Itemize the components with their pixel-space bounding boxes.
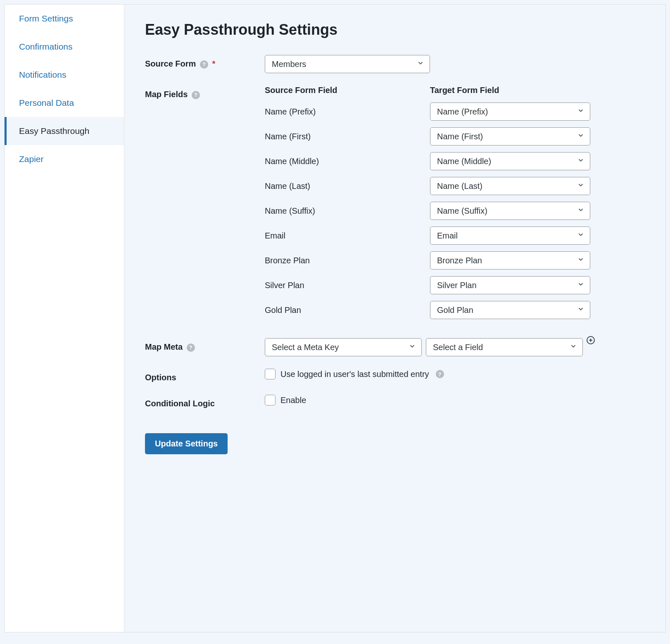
map-fields-label: Map Fields ? [145,86,265,99]
options-label: Options [145,369,265,382]
sidebar-item-notifications[interactable]: Notifications [5,61,124,89]
map-row: Name (Prefix) Name (Prefix) [265,103,645,121]
add-meta-button[interactable] [585,335,596,346]
map-row: Name (Last) Name (Last) [265,177,645,195]
conditional-logic-label: Conditional Logic [145,395,265,408]
meta-field-select[interactable]: Select a Field [426,338,583,356]
map-target-select[interactable]: Gold Plan [430,301,590,319]
map-source-label: Name (Suffix) [265,206,430,216]
map-row: Bronze Plan Bronze Plan [265,251,645,270]
map-source-label: Bronze Plan [265,256,430,265]
help-icon[interactable]: ? [436,370,444,378]
required-asterisk: * [212,59,215,68]
sidebar-item-confirmations[interactable]: Confirmations [5,33,124,61]
page-title: Easy Passthrough Settings [145,21,645,38]
map-source-label: Name (Middle) [265,157,430,166]
map-row: Name (Suffix) Name (Suffix) [265,202,645,220]
map-target-select[interactable]: Email [430,227,590,245]
help-icon[interactable]: ? [200,60,208,69]
map-meta-label: Map Meta ? [145,338,265,352]
map-target-select[interactable]: Name (Middle) [430,152,590,170]
settings-sidebar: Form Settings Confirmations Notification… [5,5,124,632]
map-source-label: Name (Prefix) [265,107,430,117]
map-header-target: Target Form Field [430,86,645,95]
map-source-label: Name (Last) [265,181,430,191]
conditional-logic-checkbox[interactable] [265,395,276,405]
map-row: Silver Plan Silver Plan [265,276,645,294]
conditional-logic-enable-label: Enable [280,396,306,405]
sidebar-item-zapier[interactable]: Zapier [5,145,124,173]
map-row: Name (Middle) Name (Middle) [265,152,645,170]
help-icon[interactable]: ? [187,343,195,352]
source-form-label: Source Form ? * [145,55,265,69]
meta-key-select[interactable]: Select a Meta Key [265,338,422,356]
map-target-select[interactable]: Bronze Plan [430,251,590,270]
sidebar-item-form-settings[interactable]: Form Settings [5,5,124,33]
update-settings-button[interactable]: Update Settings [145,433,228,454]
use-last-entry-checkbox[interactable] [265,369,276,379]
map-header-source: Source Form Field [265,86,430,95]
sidebar-item-personal-data[interactable]: Personal Data [5,89,124,117]
use-last-entry-label: Use logged in user's last submitted entr… [280,370,429,379]
map-source-label: Silver Plan [265,281,430,290]
map-source-label: Name (First) [265,132,430,141]
map-target-select[interactable]: Name (First) [430,127,590,145]
map-target-select[interactable]: Name (Last) [430,177,590,195]
map-target-select[interactable]: Name (Suffix) [430,202,590,220]
map-target-select[interactable]: Silver Plan [430,276,590,294]
map-source-label: Gold Plan [265,305,430,315]
main-panel: Easy Passthrough Settings Source Form ? … [124,5,665,632]
source-form-select[interactable]: Members [265,55,430,73]
map-target-select[interactable]: Name (Prefix) [430,103,590,121]
sidebar-item-easy-passthrough[interactable]: Easy Passthrough [5,117,124,145]
map-row: Email Email [265,227,645,245]
map-row: Gold Plan Gold Plan [265,301,645,319]
map-source-label: Email [265,231,430,241]
help-icon[interactable]: ? [192,91,200,99]
map-row: Name (First) Name (First) [265,127,645,145]
